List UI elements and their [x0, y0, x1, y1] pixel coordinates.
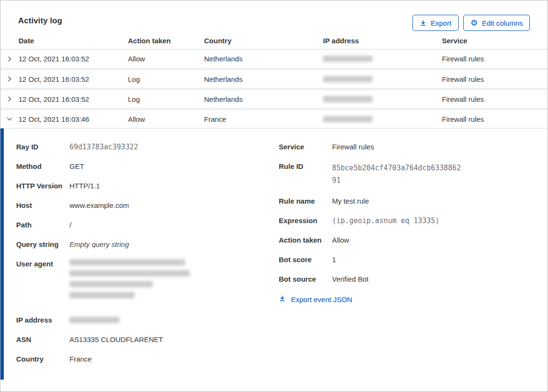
cell-date: 12 Oct, 2021 16:03:52 — [19, 55, 128, 63]
detail-label: ASN — [16, 335, 69, 344]
table-row[interactable]: 12 Oct, 2021 16:03:52 Log Netherlands Fi… — [0, 69, 548, 88]
export-event-json-label: Export event JSON — [291, 295, 352, 304]
detail-label: Action taken — [279, 235, 332, 245]
export-button-label: Export — [431, 19, 451, 27]
cell-service: Firewall rules — [442, 95, 548, 103]
event-detail-panel: Ray ID69d13783ac393322 MethodGET HTTP Ve… — [0, 128, 548, 380]
detail-label: Bot source — [279, 274, 332, 284]
cell-country: Netherlands — [204, 95, 323, 103]
cell-action: Log — [128, 95, 204, 103]
table-row-expanded[interactable]: 12 Oct, 2021 16:03:46 Allow France Firew… — [0, 109, 548, 128]
detail-label: User agent — [16, 259, 69, 303]
cell-ip-redacted — [323, 76, 442, 82]
edit-columns-button[interactable]: ⚙ Edit columns — [463, 15, 530, 31]
gear-icon: ⚙ — [470, 19, 478, 27]
detail-label: IP address — [16, 315, 69, 325]
bot-score-value: 1 — [332, 255, 336, 265]
detail-label: Ray ID — [16, 142, 69, 152]
activity-log-page: Activity log Export ⚙ Edit columns Date … — [0, 0, 548, 392]
topbar: Activity log Export ⚙ Edit columns — [0, 0, 548, 34]
chevron-down-icon[interactable] — [0, 116, 19, 122]
detail-label: Expression — [279, 216, 332, 225]
export-button[interactable]: Export — [412, 15, 459, 31]
ip-address-redacted — [69, 315, 119, 325]
download-icon — [420, 20, 427, 27]
detail-label: Rule ID — [279, 162, 332, 186]
chevron-right-icon[interactable] — [0, 76, 19, 82]
column-header-ip: IP address — [323, 37, 442, 45]
cell-ip-redacted — [323, 56, 442, 62]
cell-service: Firewall rules — [442, 55, 548, 63]
cell-country: France — [204, 115, 323, 123]
cell-service: Firewall rules — [442, 75, 548, 83]
method-value: GET — [69, 162, 84, 171]
service-value: Firewall rules — [332, 142, 374, 152]
user-agent-redacted — [69, 259, 190, 303]
cell-ip-redacted — [323, 116, 442, 122]
detail-label: Country — [16, 354, 69, 364]
cell-service: Firewall rules — [442, 115, 548, 123]
detail-label: Bot score — [279, 255, 332, 265]
table-row[interactable]: 12 Oct, 2021 16:03:52 Allow Netherlands … — [0, 49, 548, 69]
ray-id-value: 69d13783ac393322 — [69, 142, 138, 152]
detail-column-left: Ray ID69d13783ac393322 MethodGET HTTP Ve… — [16, 142, 279, 380]
http-version-value: HTTP/1.1 — [69, 181, 100, 191]
table-header: Date Action taken Country IP address Ser… — [0, 34, 548, 49]
detail-label: Path — [16, 220, 69, 230]
column-header-service: Service — [442, 37, 548, 45]
cell-country: Netherlands — [204, 55, 323, 63]
rule-id-value: 85bce5b204cf4703a764dcb633886291 — [332, 162, 463, 186]
detail-label: Query string — [16, 240, 69, 249]
path-value: / — [69, 220, 71, 230]
table-row[interactable]: 12 Oct, 2021 16:03:52 Log Netherlands Fi… — [0, 89, 548, 108]
column-header-date: Date — [19, 37, 128, 45]
cell-action: Allow — [128, 115, 204, 123]
detail-label: Service — [279, 142, 332, 152]
host-value: www.example.com — [69, 201, 129, 210]
cell-date: 12 Oct, 2021 16:03:52 — [19, 75, 128, 83]
cell-action: Log — [128, 75, 204, 83]
cell-date: 12 Oct, 2021 16:03:46 — [19, 115, 128, 123]
export-event-json-link[interactable]: Export event JSON — [279, 295, 352, 304]
cell-action: Allow — [128, 55, 204, 63]
asn-value: AS13335 CLOUDFLARENET — [69, 335, 163, 344]
action-taken-value: Allow — [332, 235, 349, 245]
chevron-right-icon[interactable] — [0, 96, 19, 102]
detail-column-right: ServiceFirewall rules Rule ID85bce5b204c… — [279, 142, 533, 380]
toolbar: Export ⚙ Edit columns — [412, 15, 530, 31]
bot-source-value: Verified Bot — [332, 274, 369, 284]
query-string-value: Empty query string — [69, 240, 129, 249]
detail-label: HTTP Version — [16, 181, 69, 191]
expression-value: (ip.geoip.asnum eq 13335) — [332, 216, 440, 225]
country-value: France — [69, 354, 92, 364]
cell-date: 12 Oct, 2021 16:03:52 — [19, 95, 128, 103]
cell-country: Netherlands — [204, 75, 323, 83]
column-header-action: Action taken — [128, 37, 204, 45]
cell-ip-redacted — [323, 96, 442, 102]
column-header-country: Country — [204, 37, 323, 45]
detail-label: Method — [16, 162, 69, 171]
download-icon — [279, 295, 286, 304]
chevron-right-icon[interactable] — [0, 56, 19, 62]
edit-columns-button-label: Edit columns — [482, 19, 523, 27]
rule-name-value: My test rule — [332, 196, 369, 206]
detail-label: Rule name — [279, 196, 332, 206]
detail-label: Host — [16, 201, 69, 210]
